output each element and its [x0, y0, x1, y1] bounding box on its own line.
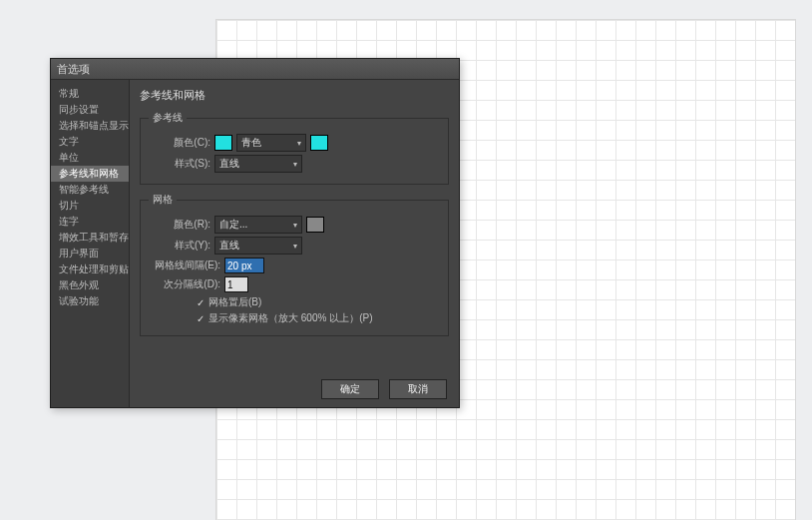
sidebar: 常规 同步设置 选择和锚点显示 文字 单位 参考线和网格 智能参考线 切片 连字… — [51, 80, 130, 407]
grid-color-combo[interactable]: 自定... ▾ — [214, 216, 302, 234]
guides-color-combo[interactable]: 青色 ▾ — [236, 134, 306, 152]
guides-style-label: 样式(S): — [149, 157, 210, 171]
ok-button[interactable]: 确定 — [321, 379, 379, 399]
sidebar-item-experimental[interactable]: 试验功能 — [51, 293, 129, 309]
sidebar-item-slices[interactable]: 切片 — [51, 198, 129, 214]
sidebar-item-guides-grid[interactable]: 参考线和网格 — [51, 166, 129, 182]
grid-group: 网格 颜色(R): 自定... ▾ 样式(Y): 直线 ▾ — [140, 193, 449, 336]
dialog-titlebar[interactable]: 首选项 — [51, 59, 459, 80]
chevron-down-icon: ▾ — [293, 221, 297, 230]
grid-spacing-input[interactable]: 20 px — [224, 258, 264, 273]
grid-style-label: 样式(Y): — [149, 239, 210, 253]
grid-color-swatch[interactable] — [306, 217, 324, 233]
chevron-down-icon: ▾ — [297, 139, 301, 148]
sidebar-item-ui[interactable]: 用户界面 — [51, 246, 129, 261]
guides-style-combo[interactable]: 直线 ▾ — [214, 155, 302, 173]
grid-subdiv-label: 次分隔线(D): — [149, 277, 220, 291]
guides-color-label: 颜色(C): — [149, 136, 210, 150]
grid-color-value: 自定... — [219, 218, 247, 232]
sidebar-item-hyphenation[interactable]: 连字 — [51, 214, 129, 230]
grid-spacing-label: 网格线间隔(E): — [149, 259, 220, 272]
grid-behind-check-label: 网格置后(B) — [208, 295, 261, 309]
sidebar-item-file-clip[interactable]: 文件处理和剪贴板 — [51, 261, 129, 277]
sidebar-item-plugins[interactable]: 增效工具和暂存盘 — [51, 230, 129, 246]
main-panel: 参考线和网格 参考线 颜色(C): 青色 ▾ 样式(S): 直线 ▾ — [130, 80, 459, 407]
grid-style-value: 直线 — [219, 239, 239, 253]
sidebar-item-smart-guides[interactable]: 智能参考线 — [51, 182, 129, 198]
chevron-down-icon: ▾ — [293, 242, 297, 251]
sidebar-item-black[interactable]: 黑色外观 — [51, 277, 129, 293]
guides-legend: 参考线 — [149, 111, 187, 125]
grid-color-label: 颜色(R): — [149, 218, 210, 232]
dialog-title: 首选项 — [57, 62, 90, 77]
sidebar-item-sync[interactable]: 同步设置 — [51, 102, 129, 118]
guides-group: 参考线 颜色(C): 青色 ▾ 样式(S): 直线 ▾ — [140, 111, 449, 185]
sidebar-item-general[interactable]: 常规 — [51, 86, 129, 102]
check-icon[interactable]: ✓ — [197, 313, 204, 324]
guides-style-value: 直线 — [219, 157, 239, 171]
guides-color-value: 青色 — [241, 136, 261, 150]
cancel-button[interactable]: 取消 — [389, 379, 447, 399]
check-icon[interactable]: ✓ — [197, 297, 204, 308]
chevron-down-icon: ▾ — [293, 160, 297, 169]
sidebar-item-anchors[interactable]: 选择和锚点显示 — [51, 118, 129, 134]
guides-color-preview — [214, 135, 232, 151]
grid-subdiv-input[interactable]: 1 — [224, 276, 248, 292]
grid-legend: 网格 — [149, 193, 177, 207]
sidebar-item-type[interactable]: 文字 — [51, 134, 129, 150]
page-title: 参考线和网格 — [140, 88, 449, 103]
sidebar-item-units[interactable]: 单位 — [51, 150, 129, 166]
pixel-grid-check-label: 显示像素网格（放大 600% 以上）(P) — [208, 311, 372, 325]
guides-color-swatch[interactable] — [310, 135, 328, 151]
grid-style-combo[interactable]: 直线 ▾ — [214, 237, 302, 255]
preferences-dialog: 首选项 常规 同步设置 选择和锚点显示 文字 单位 参考线和网格 智能参考线 切… — [50, 58, 460, 408]
